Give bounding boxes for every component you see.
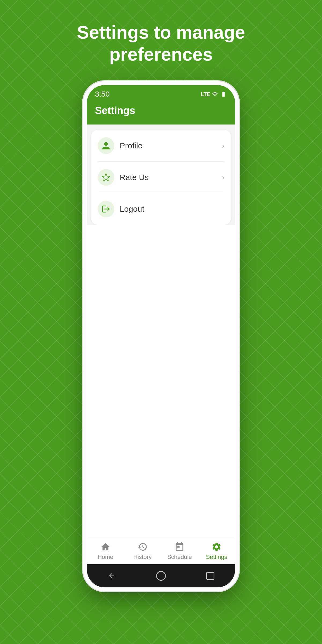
battery-icon <box>220 91 227 97</box>
schedule-icon <box>174 542 185 552</box>
phone-frame: 3:50 LTE Settings <box>83 81 239 591</box>
network-icon: LTE <box>201 91 210 97</box>
history-icon <box>137 542 148 552</box>
settings-nav-label: Settings <box>206 554 227 561</box>
back-icon <box>108 572 115 580</box>
profile-label: Profile <box>120 141 222 150</box>
nav-item-settings[interactable]: Settings <box>203 542 230 561</box>
logout-icon-container <box>98 201 114 217</box>
history-nav-label: History <box>133 554 152 561</box>
settings-item-rate-us[interactable]: Rate Us › <box>91 162 231 193</box>
rate-us-chevron-icon: › <box>222 173 224 182</box>
logout-icon <box>101 204 111 214</box>
settings-item-logout[interactable]: Logout <box>91 193 231 225</box>
schedule-nav-label: Schedule <box>167 554 192 561</box>
signal-icon <box>212 91 218 97</box>
star-icon <box>101 173 111 182</box>
recents-icon <box>206 572 214 580</box>
app-title: Settings <box>95 105 227 116</box>
android-nav <box>87 564 235 587</box>
power-button <box>237 139 239 155</box>
settings-nav-icon <box>211 542 222 552</box>
home-nav-label: Home <box>98 554 114 561</box>
settings-item-profile[interactable]: Profile › <box>91 130 231 162</box>
page-header-title: Settings to manage preferences <box>0 0 322 81</box>
home-icon <box>100 542 111 552</box>
content-spacer <box>87 225 235 537</box>
profile-icon <box>101 141 111 150</box>
nav-item-history[interactable]: History <box>129 542 156 561</box>
nav-item-schedule[interactable]: Schedule <box>166 542 193 561</box>
home-circle-icon <box>156 571 166 581</box>
rate-us-label: Rate Us <box>120 173 222 182</box>
android-home-button[interactable] <box>154 569 168 583</box>
android-recents-button[interactable] <box>204 569 217 583</box>
rate-us-icon-container <box>98 169 114 186</box>
nav-item-home[interactable]: Home <box>92 542 119 561</box>
status-time: 3:50 <box>95 90 110 98</box>
profile-icon-container <box>98 137 114 154</box>
page-container: Settings to manage preferences 3:50 LTE … <box>0 0 322 644</box>
bottom-nav: Home History Schedule <box>87 537 235 564</box>
app-header: Settings <box>87 101 235 125</box>
logout-label: Logout <box>120 204 224 214</box>
profile-chevron-icon: › <box>222 142 224 150</box>
settings-card: Profile › Rate Us › <box>91 130 231 225</box>
status-icons: LTE <box>201 91 227 97</box>
status-bar: 3:50 LTE <box>87 85 235 101</box>
main-content: Profile › Rate Us › <box>87 125 235 587</box>
android-back-button[interactable] <box>105 569 118 583</box>
volume-buttons <box>83 160 85 182</box>
